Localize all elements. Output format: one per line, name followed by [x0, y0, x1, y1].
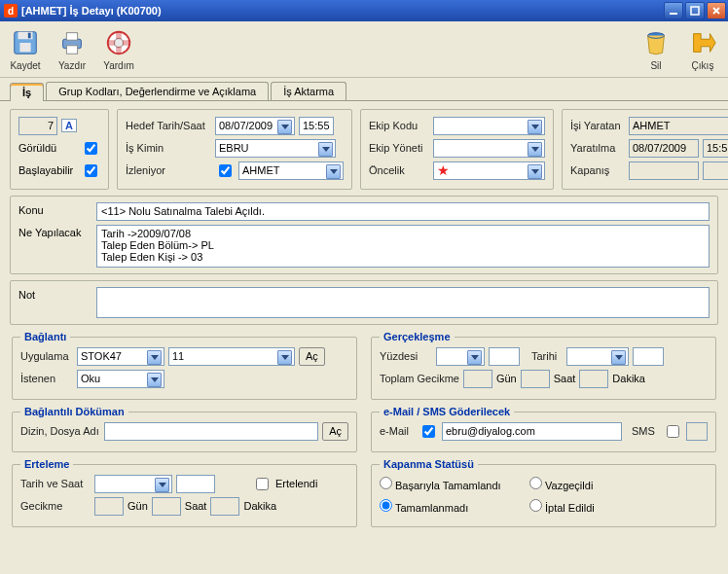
- panel-email: e-Mail / SMS Göderilecek e-Mail SMS: [371, 406, 716, 452]
- panel-status: A Görüldü Başlayabilir: [10, 109, 109, 190]
- neyap-field[interactable]: Tarih ->2009/07/08 Talep Eden Bölüm-> PL…: [96, 225, 710, 268]
- panel-kapanma: Kapanma Statüsü Başarıyla Tamamlandı Vaz…: [371, 458, 716, 527]
- oncelik-label: Öncelik: [369, 164, 429, 176]
- konu-field[interactable]: <11> Nolu Satınalma Talebi Açıldı.: [96, 202, 710, 221]
- dakika-label: Dakika: [612, 373, 645, 384]
- izleniyor-checkbox[interactable]: [219, 164, 232, 177]
- dokuman-ac-button[interactable]: Aç: [322, 422, 348, 441]
- exit-arrow-icon: [687, 27, 718, 58]
- sms-field: [686, 422, 708, 441]
- save-button[interactable]: Kaydet: [10, 27, 41, 71]
- svg-rect-10: [66, 46, 77, 54]
- svg-rect-0: [670, 13, 677, 15]
- app-icon: d: [4, 4, 18, 18]
- ertelendi-label: Ertelendi: [275, 478, 317, 489]
- hedef-tarih-combo[interactable]: 08/07/2009: [215, 117, 295, 135]
- radio-tamamlanmadi[interactable]: Tamamlanmadı: [380, 499, 526, 514]
- dizin-label: Dizin, Dosya Adı: [20, 425, 100, 437]
- panel-yaratan: İşi Yaratan Yaratılma Kapanış: [562, 109, 728, 190]
- email-title: e-Mail / SMS Göderilecek: [380, 406, 514, 417]
- erteleme-saat-field[interactable]: [176, 475, 215, 493]
- ekipkodu-combo[interactable]: [433, 117, 545, 135]
- tarihi2-field[interactable]: [633, 347, 664, 366]
- ertelendi-checkbox[interactable]: [256, 478, 269, 490]
- goruldu-label: Görüldü: [18, 142, 77, 154]
- ekipyoneti-combo[interactable]: [433, 139, 545, 158]
- oncelik-combo[interactable]: ★: [433, 161, 545, 180]
- kapanis-label: Kapanış: [570, 164, 625, 176]
- trash-icon: [640, 27, 672, 58]
- main-toolbar: Kaydet Yazdır Yardım Sil Çıkış: [0, 21, 728, 78]
- radio-iptal[interactable]: İptal Edildi: [529, 499, 595, 514]
- erteleme-tarih-combo[interactable]: [94, 475, 172, 493]
- yaratilma-saat-field: [703, 139, 728, 158]
- baslayabilir-checkbox[interactable]: [85, 164, 97, 177]
- not-label: Not: [18, 287, 89, 318]
- tarihi-combo[interactable]: [566, 347, 629, 366]
- not-field[interactable]: [96, 287, 710, 318]
- uygulama-combo[interactable]: STOK47: [77, 347, 164, 366]
- e-dakika-label: Dakika: [243, 500, 276, 512]
- izleniyor-combo[interactable]: AHMET: [238, 161, 344, 180]
- tab-bar: İş Grup Kodları, Değerlendirme ve Açıkla…: [0, 82, 728, 101]
- baglanti-title: Bağlantı: [20, 331, 70, 342]
- close2-button[interactable]: [707, 2, 726, 19]
- ekipyoneti-label: Ekip Yöneti: [369, 142, 429, 154]
- svg-rect-9: [66, 33, 77, 41]
- istenen-label: İstenen: [20, 373, 73, 384]
- e-gun-label: Gün: [127, 500, 148, 512]
- panel-not: Not: [10, 280, 718, 325]
- e-dakika-field: [210, 497, 239, 516]
- iskimin-combo[interactable]: EBRU: [215, 139, 336, 158]
- dizin-field[interactable]: [104, 422, 318, 441]
- tab-grup[interactable]: Grup Kodları, Değerlendirme ve Açıklama: [46, 82, 269, 100]
- tab-aktarma[interactable]: İş Aktarma: [271, 82, 346, 100]
- iskimin-label: İş Kimin: [126, 142, 211, 154]
- yaratilma-label: Yaratılma: [570, 142, 625, 154]
- exit-button[interactable]: Çıkış: [687, 27, 718, 71]
- istenen-combo[interactable]: Oku: [77, 370, 164, 388]
- yuzdesi2-field[interactable]: [489, 347, 520, 366]
- kapanma-title: Kapanma Statüsü: [380, 458, 478, 470]
- saat-field: [521, 370, 550, 388]
- print-button[interactable]: Yazdır: [56, 27, 88, 71]
- svg-rect-7: [28, 33, 31, 39]
- email-field[interactable]: [442, 422, 622, 441]
- erteleme-tarih-label: Tarih ve Saat: [20, 478, 91, 489]
- help-button[interactable]: Yardım: [103, 27, 134, 71]
- panel-konu: Konu <11> Nolu Satınalma Talebi Açıldı. …: [10, 196, 718, 274]
- gerceklesme-title: Gerçekleşme: [380, 331, 455, 342]
- uygulama-label: Uygulama: [20, 350, 73, 362]
- goruldu-checkbox[interactable]: [85, 142, 97, 155]
- sms-checkbox[interactable]: [667, 425, 679, 438]
- svg-rect-1: [691, 7, 699, 15]
- dokuman-title: Bağlantılı Döküman: [20, 406, 128, 417]
- email-checkbox[interactable]: [422, 425, 435, 438]
- radio-vazgecildi[interactable]: Vazgeçildi: [529, 477, 593, 491]
- panel-erteleme: Erteleme Tarih ve Saat Ertelendi Gecikme…: [12, 458, 357, 527]
- e-gun-field: [94, 497, 124, 516]
- minimize-button[interactable]: [664, 2, 683, 19]
- tab-is[interactable]: İş: [10, 83, 44, 101]
- exit-label: Çıkış: [692, 60, 714, 71]
- panel-dokuman: Bağlantılı Döküman Dizin, Dosya Adı Aç: [12, 406, 357, 452]
- kapanis-tarih-field: [629, 161, 699, 180]
- delete-label: Sil: [650, 60, 661, 71]
- konu-label: Konu: [18, 202, 89, 221]
- ac-button[interactable]: Aç: [299, 347, 325, 366]
- kapanis-saat-field: [703, 161, 728, 180]
- font-icon[interactable]: A: [61, 119, 77, 132]
- yuzdesi-label: Yüzdesi: [380, 350, 432, 362]
- uygulama2-combo[interactable]: 11: [168, 347, 295, 366]
- radio-basariyla[interactable]: Başarıyla Tamamlandı: [380, 477, 526, 491]
- record-num-field[interactable]: [18, 117, 57, 135]
- yuzdesi-combo[interactable]: [436, 347, 485, 366]
- gun-field: [463, 370, 492, 388]
- tab-content: A Görüldü Başlayabilir Hedef Tarih/Saat …: [0, 101, 728, 541]
- e-saat-field: [152, 497, 181, 516]
- maximize-button[interactable]: [685, 2, 705, 19]
- delete-button[interactable]: Sil: [640, 27, 672, 71]
- hedef-saat-field[interactable]: [299, 117, 334, 135]
- svg-point-12: [114, 38, 123, 47]
- yaratilma-tarih-field: [629, 139, 699, 158]
